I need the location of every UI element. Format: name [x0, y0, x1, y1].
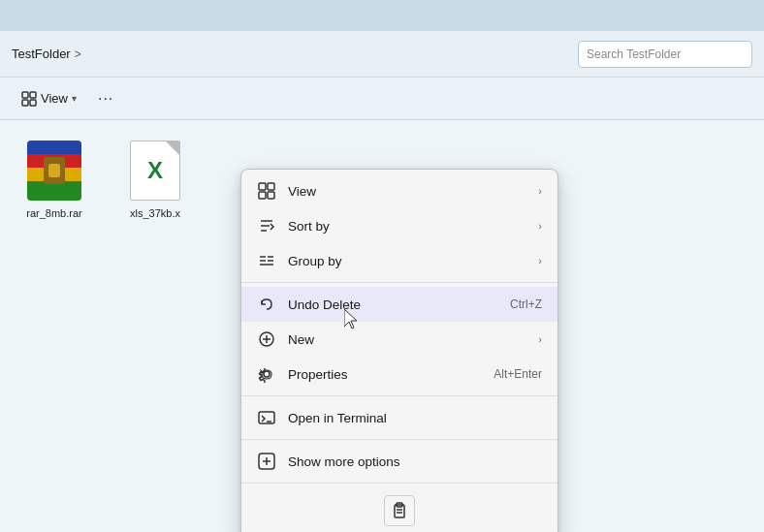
view-menu-label: View: [288, 184, 523, 199]
file-item-xls[interactable]: X xls_37kb.x: [116, 140, 194, 219]
view-button[interactable]: View ▾: [12, 87, 86, 110]
search-placeholder: Search TestFolder: [587, 47, 681, 61]
properties-shortcut: Alt+Enter: [493, 367, 542, 381]
menu-item-view[interactable]: View ›: [241, 173, 557, 208]
view-menu-icon: [257, 181, 276, 201]
svg-rect-3: [30, 100, 36, 106]
address-bar: TestFolder > Search TestFolder: [0, 31, 764, 78]
view-icon: [21, 91, 37, 107]
view-menu-arrow: ›: [538, 185, 542, 197]
svg-rect-7: [268, 192, 274, 199]
terminal-menu-label: Open in Terminal: [288, 411, 542, 425]
rar-file-icon: [23, 140, 85, 202]
search-box[interactable]: Search TestFolder: [578, 41, 752, 68]
menu-item-show-more[interactable]: Show more options: [241, 444, 557, 479]
menu-item-properties[interactable]: Properties Alt+Enter: [241, 357, 557, 391]
xls-file-label: xls_37kb.x: [130, 207, 180, 219]
main-content: rar_8mb.rar X xls_37kb.x: [0, 120, 764, 532]
menu-section-view: View › Sort by ›: [241, 170, 557, 282]
paste-bottom-area: [241, 487, 557, 532]
menu-section-terminal: Open in Terminal: [241, 395, 557, 439]
menu-section-more: Show more options: [241, 439, 557, 483]
xls-file-icon: X: [124, 140, 186, 202]
menu-item-sort-by[interactable]: Sort by ›: [241, 208, 557, 243]
toolbar: View ▾ ···: [0, 78, 764, 120]
svg-rect-0: [22, 92, 28, 98]
group-menu-icon: [257, 251, 276, 270]
rar-file-label: rar_8mb.rar: [26, 207, 81, 219]
view-chevron: ▾: [72, 93, 77, 104]
undo-menu-label: Undo Delete: [288, 297, 498, 312]
sort-menu-arrow: ›: [538, 220, 542, 232]
svg-rect-2: [22, 100, 28, 106]
menu-section-paste: [241, 483, 557, 532]
menu-item-new[interactable]: New ›: [241, 322, 557, 357]
menu-item-group-by[interactable]: Group by ›: [241, 243, 557, 278]
sort-menu-label: Sort by: [288, 219, 523, 234]
new-menu-arrow: ›: [538, 333, 542, 345]
menu-item-terminal[interactable]: Open in Terminal: [241, 400, 557, 435]
undo-shortcut: Ctrl+Z: [510, 297, 542, 311]
terminal-menu-icon: [257, 408, 276, 427]
more-dots: ···: [98, 90, 113, 108]
new-menu-label: New: [288, 332, 523, 347]
svg-rect-1: [30, 92, 36, 98]
group-menu-label: Group by: [288, 254, 523, 268]
sort-menu-icon: [257, 216, 276, 235]
undo-menu-icon: [257, 295, 276, 314]
show-more-icon: [257, 452, 276, 471]
properties-menu-label: Properties: [288, 367, 482, 382]
svg-rect-6: [259, 192, 266, 199]
view-label: View: [41, 91, 68, 106]
show-more-label: Show more options: [288, 454, 542, 469]
svg-rect-4: [259, 183, 266, 190]
group-menu-arrow: ›: [538, 255, 542, 266]
title-bar: [0, 0, 764, 31]
paste-bottom-button[interactable]: [384, 495, 415, 526]
paste-icon: [391, 502, 408, 519]
context-menu: View › Sort by ›: [240, 169, 558, 532]
folder-name: TestFolder: [12, 47, 71, 61]
address-path: TestFolder >: [12, 47, 570, 61]
file-item-rar[interactable]: rar_8mb.rar: [16, 140, 93, 219]
new-menu-icon: [257, 329, 276, 349]
menu-item-undo-delete[interactable]: Undo Delete Ctrl+Z: [241, 287, 557, 322]
menu-section-edit: Undo Delete Ctrl+Z New ›: [241, 282, 557, 395]
more-options-button[interactable]: ···: [90, 86, 121, 111]
path-chevron: >: [75, 47, 81, 61]
svg-rect-5: [268, 183, 274, 190]
properties-menu-icon: [257, 364, 276, 384]
